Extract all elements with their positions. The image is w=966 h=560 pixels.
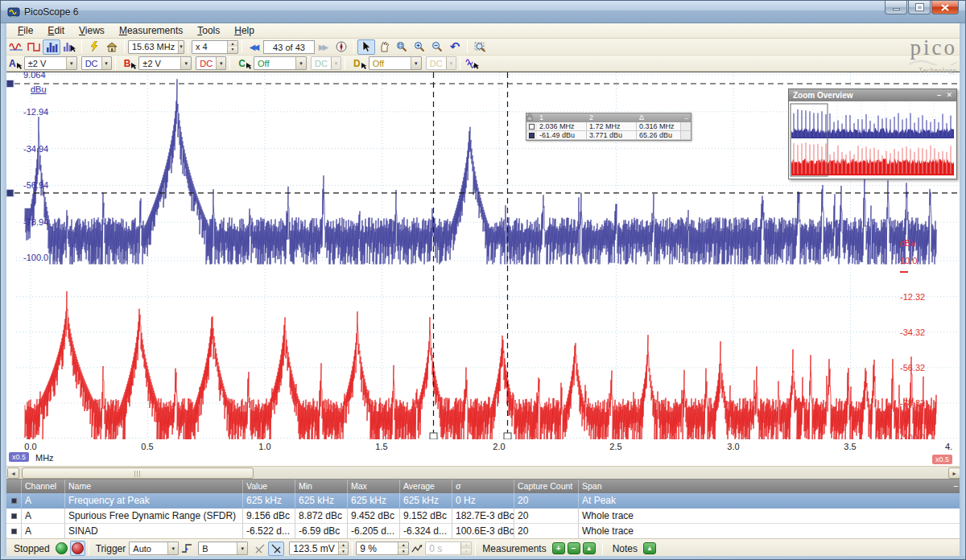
menu-edit[interactable]: Edit	[40, 23, 72, 38]
overview-close-icon[interactable]: ✕	[946, 91, 954, 99]
channel-a-menu-icon[interactable]	[17, 63, 23, 69]
scope-mode-button[interactable]	[7, 39, 25, 55]
menu-help[interactable]: Help	[227, 23, 262, 38]
zoom-overview-chart[interactable]	[789, 101, 956, 179]
spinner-arrows[interactable]: ▲▼	[227, 41, 237, 53]
spectrum-persistence-button[interactable]	[60, 39, 78, 55]
scroll-left-button[interactable]: ◂	[7, 467, 19, 479]
app-icon	[7, 6, 20, 19]
channel-b-range-select[interactable]: ±2 V▾	[138, 56, 192, 70]
zoom-factor-stepper[interactable]: x 4 ▲▼	[192, 40, 238, 54]
channel-d-range-select[interactable]: Off▾	[369, 56, 422, 70]
scroll-thumb[interactable]	[22, 467, 254, 479]
channel-a-coupling-select[interactable]: DC▾	[81, 56, 112, 70]
spin-up-icon[interactable]: ▲	[339, 542, 349, 549]
right-zoom-badge[interactable]: x0.5	[932, 455, 952, 464]
close-button[interactable]	[931, 1, 959, 14]
header-min[interactable]: Min	[295, 480, 347, 493]
header-max[interactable]: Max	[347, 480, 399, 493]
stop-capture-button[interactable]	[70, 541, 85, 556]
channel-c-menu-icon[interactable]	[246, 63, 252, 69]
spin-down-icon[interactable]: ▼	[228, 47, 237, 53]
hand-tool[interactable]	[375, 39, 393, 55]
titlebar[interactable]: PicoScope 6	[1, 1, 965, 23]
autosetup-button[interactable]	[85, 39, 103, 55]
expand-measurements-button[interactable]: ▲	[583, 542, 596, 554]
menu-tools[interactable]: Tools	[190, 23, 227, 38]
header-name[interactable]: Name	[64, 480, 242, 493]
spectrum-plot-area[interactable]: 9.064 dBu -12.94 -34.94 -56.94 -78.94 -1…	[6, 72, 961, 439]
table-row[interactable]: A Spurious Free Dynamic Range (SFDR) 9.1…	[6, 509, 961, 524]
horizontal-scrollbar[interactable]: ◂ ▸	[6, 466, 961, 479]
zoom-overview-titlebar[interactable]: Zoom Overview – ✕	[789, 89, 956, 101]
channel-b-menu-icon[interactable]	[131, 63, 137, 69]
channel-c-range-value: Off	[254, 59, 295, 68]
trigger-source-select[interactable]: B▾	[198, 541, 248, 555]
header-value[interactable]: Value	[242, 480, 295, 493]
spin-up-icon[interactable]: ▲	[228, 41, 237, 47]
header-sigma[interactable]: σ	[452, 480, 514, 493]
cell-sigma: 100.6E-3 dBc	[452, 524, 514, 539]
minimize-button[interactable]	[885, 1, 907, 14]
marquee-zoom-tool[interactable]	[471, 39, 489, 55]
rapid-trigger-button[interactable]	[409, 541, 425, 556]
zoom-out-tool[interactable]	[428, 39, 446, 55]
table-collapse-icon[interactable]: –	[953, 481, 958, 490]
menu-views[interactable]: Views	[72, 23, 112, 38]
zoom-in-tool[interactable]	[411, 39, 428, 55]
trigger-level-stepper[interactable]: 123.5 mV▲▼	[289, 541, 349, 555]
previous-buffers-button[interactable]: ◀◀	[246, 39, 263, 55]
overview-minimize-icon[interactable]: –	[937, 91, 943, 99]
header-capture-count[interactable]: Capture Count	[514, 480, 578, 493]
menu-file[interactable]: File	[10, 23, 40, 38]
rising-edge-button[interactable]	[252, 541, 268, 556]
next-buffers-button[interactable]: ▶▶	[315, 39, 332, 55]
falling-edge-button[interactable]	[268, 541, 284, 556]
undo-zoom-button[interactable]: ↶	[446, 39, 464, 55]
start-capture-button[interactable]	[56, 542, 68, 554]
buffer-navigator-button[interactable]	[332, 39, 350, 55]
row-selector[interactable]	[6, 493, 21, 509]
channel-c-label: C	[238, 58, 252, 69]
scroll-right-button[interactable]: ▸	[948, 467, 960, 479]
legend-minimize-icon[interactable]: –	[685, 114, 689, 121]
spectrum-mode-button[interactable]	[43, 39, 60, 55]
maximize-button[interactable]	[908, 1, 931, 14]
zoom-overview-panel[interactable]: Zoom Overview – ✕	[788, 89, 957, 179]
header-average[interactable]: Average	[399, 480, 452, 493]
channel-a-coupling-value: DC	[82, 59, 101, 68]
window-zoom-tool[interactable]	[393, 39, 411, 55]
spin-down-icon[interactable]: ▼	[339, 549, 349, 555]
persistence-mode-button[interactable]	[25, 39, 43, 55]
row-selector[interactable]	[6, 524, 21, 539]
header-span[interactable]: Span	[578, 480, 961, 493]
trigger-mode-select[interactable]: Auto▾	[129, 541, 179, 555]
normal-selection-tool[interactable]	[357, 39, 375, 55]
header-channel[interactable]: Channel	[21, 480, 64, 493]
ruler-legend[interactable]: 1 2 Δ –✕ 2.036 MHz 1.72 MHz 0.316 MHz -6…	[526, 113, 691, 141]
expand-notes-button[interactable]: ▲	[643, 542, 656, 554]
advanced-trigger-button[interactable]	[179, 541, 195, 556]
home-settings-button[interactable]	[103, 39, 121, 55]
lock-icon[interactable]	[681, 122, 691, 131]
pre-trigger-stepper[interactable]: 9 %▲▼	[356, 541, 409, 555]
add-measurement-button[interactable]: +	[552, 542, 565, 554]
left-zoom-badge[interactable]: x0.5	[9, 452, 29, 462]
table-row[interactable]: A Frequency at Peak 625 kHz 625 kHz 625 …	[6, 493, 961, 509]
lock-icon[interactable]	[681, 131, 691, 140]
waveforms-options-button[interactable]	[464, 56, 481, 71]
remove-measurement-button[interactable]: −	[568, 542, 580, 554]
channel-c-range-select[interactable]: Off▾	[254, 56, 307, 70]
table-row[interactable]: A SINAD -6.522 d... -6.59 dBc -6.205 d..…	[6, 524, 961, 539]
menu-measurements[interactable]: Measurements	[112, 23, 190, 38]
spin-down-icon[interactable]: ▼	[398, 549, 408, 555]
channel-a-range-select[interactable]: ±2 V▾	[24, 56, 77, 70]
freq-ruler-1: 2.036 MHz	[537, 122, 587, 131]
row-selector[interactable]	[6, 509, 21, 524]
cell-span: Whole trace	[578, 524, 961, 539]
channel-d-menu-icon[interactable]	[361, 63, 367, 69]
spin-up-icon[interactable]: ▲	[398, 542, 408, 549]
timebase-select[interactable]: 15.63 MHz ▾	[128, 40, 184, 54]
channel-b-coupling-select[interactable]: DC▾	[196, 56, 226, 70]
window-title: PicoScope 6	[24, 6, 78, 18]
